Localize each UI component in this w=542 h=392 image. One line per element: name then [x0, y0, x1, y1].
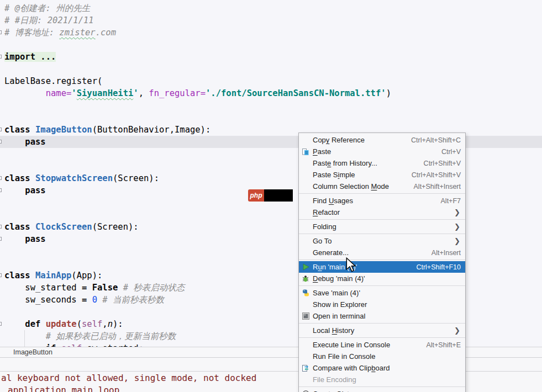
ide-window: # @创建者: 州的先生# #日期: 2021/1/11# 博客地址: zmis…: [0, 0, 542, 392]
menu-item-copy-reference[interactable]: Copy ReferenceCtrl+Alt+Shift+C: [299, 134, 465, 146]
menu-item-label: Column Selection Mode: [313, 182, 389, 190]
menu-icon-spacer: [301, 301, 310, 309]
menu-item-label: Folding: [313, 223, 336, 231]
code-token: ImageButton: [35, 125, 92, 135]
code-token: class: [4, 271, 35, 280]
menu-separator: [299, 259, 465, 260]
fold-marker-icon[interactable]: [0, 237, 2, 241]
code-token: # 当前秒表秒数: [97, 295, 164, 305]
code-token: class: [4, 222, 35, 232]
code-token: self: [82, 319, 102, 329]
menu-icon-spacer: [301, 183, 310, 190]
menu-item-shortcut: Alt+Shift+E: [426, 341, 461, 349]
watermark-black-box: [264, 189, 293, 202]
indent-guide: [24, 330, 25, 347]
code-line: import ...: [4, 51, 391, 63]
menu-item-compare-with-clipboard[interactable]: Compare with Clipboard: [299, 362, 465, 374]
code-token: LabelBase.register(: [4, 76, 102, 86]
code-token: update: [46, 319, 77, 329]
menu-item-label: Paste: [313, 147, 331, 156]
code-token: pass: [25, 137, 45, 147]
menu-separator: [299, 234, 465, 234]
menu-item-shortcut: Ctrl+Shift+F10: [416, 263, 461, 271]
menu-separator: [299, 323, 465, 324]
menu-item-label: Open in terminal: [313, 312, 365, 320]
code-line: [4, 63, 391, 75]
menu-item-run-main-4[interactable]: Run 'main (4)'Ctrl+Shift+F10: [299, 261, 465, 273]
code-line: name='SiyuanHeiti', fn_regular='./font/S…: [4, 87, 391, 99]
fold-marker-icon[interactable]: [0, 30, 2, 34]
menu-item-debug-main-4[interactable]: Debug 'main (4)': [299, 273, 465, 284]
menu-item-folding[interactable]: Folding❯: [299, 221, 465, 232]
compare-icon: [301, 364, 310, 372]
console-output-line: application main loop: [8, 385, 119, 392]
fold-marker-icon[interactable]: [0, 322, 2, 326]
code-token: './font/SourceHanSansCN-Normal.ttf': [206, 88, 386, 98]
menu-item-show-in-explorer[interactable]: Show in Explorer: [299, 299, 465, 310]
fold-marker-icon[interactable]: [0, 55, 2, 59]
fold-marker-icon[interactable]: [0, 273, 2, 277]
code-token: name=: [46, 88, 72, 98]
fold-marker-icon[interactable]: [0, 140, 2, 144]
console-output-line: al keyboard not allowed, single mode, no…: [1, 373, 256, 384]
menu-icon-spacer: [301, 209, 310, 216]
menu-icon-spacer: [301, 171, 310, 179]
code-token: (Screen):: [92, 222, 139, 232]
menu-item-open-in-terminal[interactable]: Open in terminal: [299, 310, 465, 322]
menu-item-label: Execute Line in Console: [313, 341, 390, 349]
code-token: # 秒表启动状态: [118, 283, 185, 293]
code-token: =: [82, 283, 92, 293]
code-token: [4, 137, 25, 147]
fold-marker-icon[interactable]: [0, 188, 2, 192]
menu-separator: [299, 193, 465, 194]
menu-item-column-selection-mode[interactable]: Column Selection ModeAlt+Shift+Insert: [299, 181, 465, 192]
menu-item-find-usages[interactable]: Find UsagesAlt+F7: [299, 195, 465, 206]
code-line: # 博客地址: zmister.com: [4, 27, 391, 39]
menu-item-refactor[interactable]: Refactor❯: [299, 206, 465, 218]
code-line: [4, 112, 391, 124]
python-icon: [301, 289, 310, 297]
code-token: [4, 319, 25, 329]
code-token: .com: [96, 28, 116, 38]
php-logo-icon: php: [248, 189, 264, 202]
menu-item-label: Paste Simple: [313, 171, 355, 179]
menu-item-generate[interactable]: Generate...Alt+Insert: [299, 247, 465, 258]
menu-item-label: Local History: [313, 326, 354, 335]
breadcrumb-item[interactable]: ImageButton: [13, 348, 52, 356]
menu-item-label: Save 'main (4)': [313, 289, 360, 297]
menu-item-create-gist[interactable]: Create Gist...: [299, 388, 465, 392]
menu-item-paste[interactable]: PasteCtrl+V: [299, 146, 465, 157]
submenu-arrow-icon: ❯: [454, 237, 460, 245]
fold-marker-icon[interactable]: [0, 128, 2, 131]
code-token: ,: [102, 319, 107, 329]
menu-item-local-history[interactable]: Local History❯: [299, 325, 465, 336]
code-token: =: [82, 295, 92, 305]
menu-item-go-to[interactable]: Go To❯: [299, 235, 465, 247]
code-token: ): [386, 88, 391, 98]
menu-icon-spacer: [301, 197, 310, 205]
code-token: ):: [113, 319, 123, 329]
fold-marker-icon[interactable]: [0, 176, 2, 180]
menu-item-label: Create Gist...: [313, 390, 355, 392]
menu-icon-spacer: [301, 341, 310, 349]
code-token: (ButtonBehavior,Image):: [92, 125, 211, 135]
menu-item-paste-from-history[interactable]: Paste from History...Ctrl+Shift+V: [299, 157, 465, 169]
code-token: sw_seconds: [4, 295, 82, 305]
menu-item-run-file-in-console[interactable]: Run File in Console: [299, 351, 465, 362]
menu-item-save-main-4[interactable]: Save 'main (4)': [299, 287, 465, 299]
php-watermark: php: [248, 189, 293, 202]
code-token: # 如果秒表已启动，更新当前秒数: [4, 331, 176, 341]
menu-item-label: Go To: [313, 237, 331, 245]
code-token: pass: [25, 234, 45, 244]
code-token: n: [108, 319, 113, 329]
menu-item-label: Debug 'main (4)': [313, 274, 365, 283]
menu-item-label: Show in Explorer: [313, 300, 367, 309]
menu-item-shortcut: Ctrl+V: [441, 148, 461, 156]
code-token: # 博客地址:: [4, 28, 59, 38]
fold-marker-icon[interactable]: [0, 225, 2, 229]
code-token: 0: [92, 295, 97, 305]
submenu-arrow-icon: ❯: [454, 327, 460, 334]
code-token: StopwatchScreen: [35, 173, 113, 183]
menu-item-execute-line-in-console[interactable]: Execute Line in ConsoleAlt+Shift+E: [299, 339, 465, 351]
menu-item-paste-simple[interactable]: Paste SimpleCtrl+Alt+Shift+V: [299, 169, 465, 181]
